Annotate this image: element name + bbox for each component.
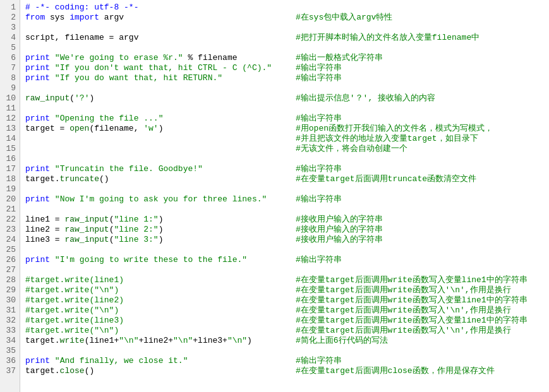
line-number: 3 [4,23,16,33]
code-line: print "Now I'm going to ask you for thre… [25,194,544,205]
code-line: target.close()#在变量target后面调用close函数，作用是保… [25,366,544,376]
code-line [25,205,544,215]
line-number: 22 [4,215,16,225]
comment-chinese: #输出提示信息'？', 接收输入的内容 [291,93,435,104]
line-number: 15 [4,144,16,154]
code-text [25,104,291,114]
code-text: script, filename = argv [25,33,291,43]
line-number-gutter: 1234567891011121314151617181920212223242… [0,0,20,392]
code-text: print "If you don't want that, hit CTRL … [25,63,291,73]
code-line: #无该文件，将会自动创建一个 [25,144,544,154]
code-text: target.close() [25,366,291,376]
code-line: #并且把该文件的地址放入变量target，如目录下 [25,134,544,144]
code-text [25,205,291,215]
comment-chinese: #并且把该文件的地址放入变量target，如目录下 [291,134,478,144]
code-line: print "Opening the file ..."#输出字符串 [25,114,544,124]
code-line: from sys import argv#在sys包中载入argv特性 [25,13,544,23]
code-text: #target.write("\n") [25,306,291,316]
code-content-area[interactable]: # -*- coding: utf-8 -*-from sys import a… [20,0,549,392]
code-text: print "Now I'm going to ask you for thre… [25,194,291,205]
code-text: target.truncate() [25,174,291,184]
code-text [25,23,291,33]
code-line: print "If you don't want that, hit CTRL … [25,63,544,73]
code-text: #target.write(line1) [25,275,291,285]
comment-chinese: #在sys包中载入argv特性 [291,13,392,23]
line-number: 8 [4,73,16,83]
comment-chinese: #输出字符串 [291,255,342,265]
code-line: print "Truncatin the file. Goodbye!"#输出字… [25,164,544,174]
code-line: #target.write("\n")#在变量target后面调用write函数… [25,306,544,316]
code-text [25,245,291,255]
line-number: 27 [4,265,16,275]
code-text: #target.write("\n") [25,285,291,295]
code-line: #target.write("\n")#在变量target后面调用write函数… [25,326,544,336]
code-line [25,245,544,255]
code-line: print "I'm going to write these to the f… [25,255,544,265]
code-line [25,154,544,164]
code-text: #target.write(line3) [25,316,291,326]
line-number: 36 [4,356,16,366]
line-number: 31 [4,306,16,316]
code-line: #target.write("\n")#在变量target后面调用write函数… [25,285,544,295]
line-number: 16 [4,154,16,164]
code-line: #target.write(line2)#在变量target后面调用write函… [25,295,544,306]
comment-chinese: #用open函数打开我们输入的文件名，模式为写模式， [291,124,493,134]
line-number: 2 [4,13,16,23]
code-line: print "We're going to erase %r." % filen… [25,53,544,63]
comment-chinese: #在变量target后面调用close函数，作用是保存文件 [291,366,495,376]
comment-chinese: #在变量target后面调用write函数写入'\n',作用是换行 [291,306,511,316]
comment-chinese: #输出字符串 [291,356,342,366]
code-line: #target.write(line3)#在变量target后面调用write函… [25,316,544,326]
line-number: 4 [4,33,16,43]
comment-chinese: #输出字符串 [291,114,342,124]
code-text [25,134,291,144]
code-text: line3 = raw_input("line 3:") [25,235,291,245]
line-number: 29 [4,285,16,295]
line-number: 21 [4,205,16,215]
line-number: 33 [4,326,16,336]
line-number: 14 [4,134,16,144]
code-line: raw_input('?')#输出提示信息'？', 接收输入的内容 [25,93,544,104]
line-number: 10 [4,93,16,104]
line-number: 26 [4,255,16,265]
code-line: target = open(filename, 'w')#用open函数打开我们… [25,124,544,134]
comment-chinese: #简化上面6行代码的写法 [291,336,388,346]
code-text: target.write(line1+"\n"+line2+"\n"+line3… [25,336,291,346]
code-editor: 1234567891011121314151617181920212223242… [0,0,549,392]
line-number: 1 [4,3,16,13]
comment-chinese: #在变量target后面调用write函数写入变量line1中的字符串 [291,275,528,285]
comment-chinese: #把打开脚本时输入的文件名放入变量filename中 [291,33,480,43]
code-line: print "And finally, we close it."#输出字符串 [25,356,544,366]
comment-chinese: #在变量target后面调用write函数写入变量line1中的字符串 [291,295,528,306]
comment-chinese: #在变量target后面调用truncate函数清空文件 [291,174,476,184]
code-text: print "Opening the file ..." [25,114,291,124]
code-text: target = open(filename, 'w') [25,124,291,134]
code-text: print "If you do want that, hit RETURN." [25,73,291,83]
code-text: raw_input('?') [25,93,291,104]
line-number: 23 [4,225,16,235]
code-text: #target.write("\n") [25,326,291,336]
code-text: print "I'm going to write these to the f… [25,255,291,265]
comment-chinese: #在变量target后面调用write函数写入变量line1中的字符串 [291,316,528,326]
comment-chinese: #输出字符串 [291,73,342,83]
code-line: #target.write(line1)#在变量target后面调用write函… [25,275,544,285]
code-line [25,184,544,194]
code-text: line2 = raw_input("line 2:") [25,225,291,235]
line-number: 13 [4,124,16,134]
code-text [25,83,291,93]
line-number: 35 [4,346,16,356]
comment-chinese: #输出字符串 [291,63,342,73]
line-number: 6 [4,53,16,63]
code-line: line1 = raw_input("line 1:")#接收用户输入的字符串 [25,215,544,225]
code-line: print "If you do want that, hit RETURN."… [25,73,544,83]
code-text: from sys import argv [25,13,291,23]
code-text [25,265,291,275]
line-number: 28 [4,275,16,285]
comment-chinese: #接收用户输入的字符串 [291,215,383,225]
code-line: # -*- coding: utf-8 -*- [25,3,544,13]
comment-chinese: #无该文件，将会自动创建一个 [291,144,407,154]
code-line: line2 = raw_input("line 2:")#接收用户输入的字符串 [25,225,544,235]
line-number: 25 [4,245,16,255]
comment-chinese: #输出字符串 [291,194,342,205]
line-number: 9 [4,83,16,93]
